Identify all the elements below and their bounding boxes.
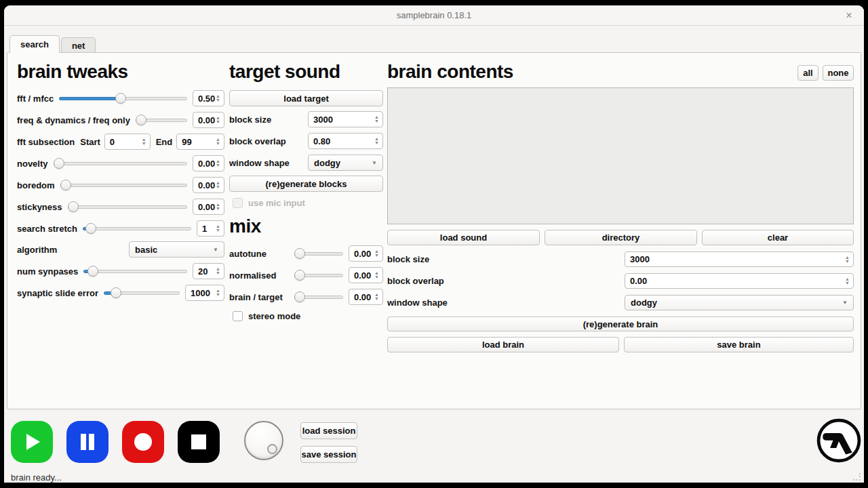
normalised-slider[interactable] [294,268,343,282]
record-button[interactable] [122,421,164,463]
slider-handle[interactable] [294,291,305,302]
brain-contents-list[interactable] [387,87,854,224]
play-icon [22,432,42,452]
spinner-arrows-icon[interactable]: ▲▼ [373,113,380,126]
slider-handle[interactable] [54,158,64,169]
select-none-button[interactable]: none [823,65,854,81]
slider-handle[interactable] [115,93,126,104]
stereo-mode-checkbox[interactable] [233,311,243,321]
normalised-spinbox[interactable]: 0.00 ▲▼ [349,267,383,283]
spinner-arrows-icon[interactable]: ▲▼ [214,264,222,278]
boredom-slider[interactable] [60,178,187,192]
synaptic-slide-error-spinbox[interactable]: 1000 ▲▼ [185,285,224,301]
spinner-arrows-icon[interactable]: ▲▼ [844,253,851,266]
stickyness-slider[interactable] [68,200,188,214]
novelty-slider[interactable] [54,157,187,170]
freq-dynamics-spinbox[interactable]: 0.00 ▲▼ [193,112,224,128]
spinner-arrows-icon[interactable]: ▲▼ [214,157,222,170]
stickyness-spinbox[interactable]: 0.00 ▲▼ [193,199,224,215]
algorithm-dropdown[interactable]: basic ▼ [129,241,224,258]
tab-net[interactable]: net [61,37,96,53]
load-brain-button[interactable]: load brain [387,337,619,352]
directory-button[interactable]: directory [545,230,697,245]
clear-button[interactable]: clear [702,230,854,245]
synaptic-slide-error-label: synaptic slide error [17,288,98,298]
slider-handle[interactable] [60,180,71,190]
regenerate-brain-button[interactable]: (re)generate brain [387,317,854,331]
select-all-button[interactable]: all [797,65,818,81]
tab-search[interactable]: search [9,35,60,53]
boredom-spinbox[interactable]: 0.00 ▲▼ [193,177,224,193]
slider-handle[interactable] [294,248,305,259]
save-brain-button[interactable]: save brain [624,337,854,352]
slider-handle[interactable] [111,287,121,298]
target-window-shape-dropdown[interactable]: dodgy ▼ [308,155,383,171]
spinner-arrows-icon[interactable]: ▲▼ [140,135,148,148]
search-stretch-spinbox[interactable]: 1 ▲▼ [197,220,224,237]
brain-block-size-spinbox[interactable]: 3000 ▲▼ [625,251,854,267]
spinner-arrows-icon[interactable]: ▲▼ [373,247,380,260]
close-icon[interactable]: × [842,9,856,22]
slider-handle[interactable] [68,201,79,212]
resize-grip[interactable] [853,473,861,481]
spinner-arrows-icon[interactable]: ▲▼ [214,92,222,105]
aphex-twin-logo [816,418,862,464]
autotune-spinbox[interactable]: 0.00 ▲▼ [349,245,383,262]
save-session-button[interactable]: save session [300,446,357,463]
spinner-arrows-icon[interactable]: ▲▼ [214,286,222,300]
fft-mfcc-spinbox[interactable]: 0.50 ▲▼ [193,90,224,106]
num-synapses-slider[interactable] [83,264,187,278]
window-shape-value: dodgy [631,298,657,308]
novelty-spinbox[interactable]: 0.00 ▲▼ [193,155,224,171]
spinner-arrows-icon[interactable]: ▲▼ [214,178,222,192]
normalised-label: normalised [229,270,289,281]
slider-handle[interactable] [87,266,98,277]
slider-track [60,184,187,187]
autotune-slider[interactable] [294,247,343,260]
load-target-button[interactable]: load target [229,90,383,106]
spinner-arrows-icon[interactable]: ▲▼ [373,290,380,304]
spinner-arrows-icon[interactable]: ▲▼ [844,274,851,287]
target-block-size-row: block size 3000 ▲▼ [229,111,383,127]
synaptic-slide-error-slider[interactable] [104,286,180,300]
freq-dynamics-slider[interactable] [136,113,187,127]
brain-block-overlap-spinbox[interactable]: 0.00 ▲▼ [625,273,854,289]
stop-button[interactable] [178,421,220,463]
volume-dial[interactable] [244,421,283,460]
spin-value: 0 [110,137,115,147]
brain-target-slider[interactable] [294,290,343,304]
play-button[interactable] [11,421,53,463]
spinner-arrows-icon[interactable]: ▲▼ [373,268,380,282]
spinner-arrows-icon[interactable]: ▲▼ [373,134,380,148]
target-block-size-spinbox[interactable]: 3000 ▲▼ [308,111,383,127]
fft-start-spinbox[interactable]: 0 ▲▼ [104,134,151,150]
spinner-arrows-icon[interactable]: ▲▼ [214,200,222,214]
target-block-overlap-spinbox[interactable]: 0.80 ▲▼ [308,133,383,149]
spinner-arrows-icon[interactable]: ▲▼ [214,135,222,148]
regenerate-blocks-button[interactable]: (re)generate blocks [229,176,383,192]
spinner-arrows-icon[interactable]: ▲▼ [214,113,222,127]
fft-end-spinbox[interactable]: 99 ▲▼ [176,134,224,150]
search-stretch-slider[interactable] [83,222,191,235]
load-sound-button[interactable]: load sound [387,230,540,245]
titlebar[interactable]: samplebrain 0.18.1 × [4,5,864,26]
spinner-arrows-icon[interactable]: ▲▼ [214,222,222,235]
target-sound-heading: target sound [229,61,340,83]
spin-value: 1 [202,224,207,234]
brain-window-shape-dropdown[interactable]: dodgy ▼ [625,295,854,310]
load-session-button[interactable]: load session [300,422,357,439]
slider-handle[interactable] [85,223,96,234]
num-synapses-spinbox[interactable]: 20 ▲▼ [193,263,224,279]
use-mic-checkbox[interactable] [233,198,243,208]
slider-handle[interactable] [294,270,305,281]
pause-button[interactable] [66,421,108,463]
target-window-shape-row: window shape dodgy ▼ [229,155,383,171]
fft-subsection-row: fft subsection Start 0 ▲▼ End 99 ▲▼ [17,134,224,150]
target-block-overlap-row: block overlap 0.80 ▲▼ [229,133,383,149]
fft-end-label: End [156,137,173,147]
brain-target-spinbox[interactable]: 0.00 ▲▼ [349,289,383,305]
slider-handle[interactable] [136,115,146,125]
fft-subsection-label: fft subsection [17,137,75,147]
brain-window-shape-label: window shape [387,298,448,308]
fft-mfcc-slider[interactable] [59,92,187,105]
